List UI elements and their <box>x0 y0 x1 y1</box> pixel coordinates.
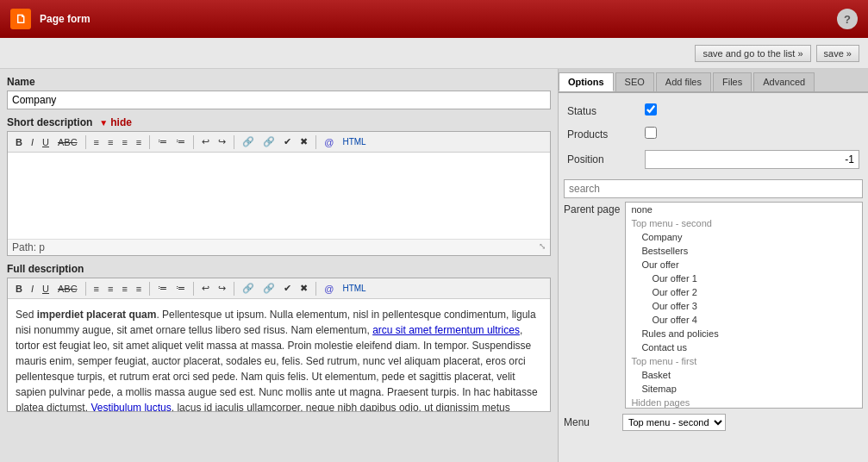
check-button[interactable]: ✔ <box>280 134 295 149</box>
full-undo-button[interactable]: ↩ <box>198 281 213 296</box>
full-separator-4 <box>234 282 234 296</box>
status-row: Status <box>565 100 861 122</box>
hide-link[interactable]: ▼ hide <box>99 116 132 128</box>
list-item-top-menu-second[interactable]: Top menu - second <box>626 216 862 230</box>
full-underline-button[interactable]: U <box>39 282 53 296</box>
save-button[interactable]: save » <box>816 45 859 62</box>
short-desc-area[interactable] <box>8 153 550 239</box>
list-item-top-menu-first[interactable]: Top menu - first <box>626 354 862 368</box>
full-clear-button[interactable]: ✖ <box>297 281 311 296</box>
full-check-button[interactable]: ✔ <box>280 281 295 296</box>
full-link-button[interactable]: 🔗 <box>239 281 258 296</box>
undo-button[interactable]: ↩ <box>198 134 213 149</box>
clear-button[interactable]: ✖ <box>297 134 311 149</box>
list-item-our-offer-3[interactable]: Our offer 3 <box>626 299 862 313</box>
full-desc-text: Sed imperdiet placerat quam. Pellentesqu… <box>12 303 546 411</box>
full-separator-3 <box>193 282 194 296</box>
list-item-sitemap[interactable]: Sitemap <box>626 382 862 396</box>
full-separator-1 <box>85 282 86 296</box>
link-button[interactable]: 🔗 <box>239 134 258 149</box>
full-numbered-list-button[interactable]: ≔ <box>172 281 189 296</box>
list-item-our-offer-2[interactable]: Our offer 2 <box>626 285 862 299</box>
title-left: 🗋 Page form <box>10 9 91 29</box>
full-italic-button[interactable]: I <box>28 282 37 296</box>
tab-files[interactable]: Files <box>713 72 752 91</box>
list-item-rules[interactable]: Rules and policies <box>626 327 862 340</box>
list-item-our-offer[interactable]: Our offer <box>626 258 862 272</box>
list-item-our-offer-1[interactable]: Our offer 1 <box>626 272 862 285</box>
full-align-justify-button[interactable]: ≡ <box>133 282 145 296</box>
parent-page-label: Parent page <box>564 203 620 215</box>
full-strikethrough-button[interactable]: ABC <box>54 282 81 296</box>
full-bullet-list-button[interactable]: ≔ <box>154 281 171 296</box>
list-item-company[interactable]: Company <box>626 230 862 244</box>
full-redo-button[interactable]: ↪ <box>215 281 229 296</box>
strikethrough-button[interactable]: ABC <box>54 135 81 149</box>
toolbar-separator-1 <box>85 135 86 149</box>
save-and-go-to-list-button[interactable]: save and go to the list » <box>695 45 810 62</box>
full-bold-button[interactable]: B <box>12 282 26 296</box>
products-row: Products <box>565 123 861 145</box>
list-item-bestsellers[interactable]: Bestsellers <box>626 244 862 258</box>
full-desc-area[interactable]: Sed imperdiet placerat quam. Pellentesqu… <box>8 299 550 411</box>
name-label: Name <box>7 76 551 88</box>
full-unlink-button[interactable]: 🔗 <box>259 281 278 296</box>
position-input[interactable] <box>645 150 859 169</box>
short-desc-group: Short description ▼ hide B I U ABC ≡ ≡ ≡… <box>7 116 551 256</box>
short-desc-toolbar: B I U ABC ≡ ≡ ≡ ≡ ≔ ≔ ↩ ↪ 🔗 <box>8 132 550 153</box>
name-input[interactable] <box>7 91 551 109</box>
parent-page-search[interactable] <box>564 179 863 198</box>
list-item-our-offer-4[interactable]: Our offer 4 <box>626 313 862 327</box>
tab-options[interactable]: Options <box>559 72 614 91</box>
italic-button[interactable]: I <box>28 135 37 149</box>
page-icon: 🗋 <box>10 9 31 29</box>
align-justify-button[interactable]: ≡ <box>133 135 145 149</box>
left-panel: Name Short description ▼ hide B I U ABC <box>0 69 558 462</box>
menu-label: Menu <box>564 416 615 428</box>
position-label: Position <box>565 147 641 172</box>
list-item-hidden-pages[interactable]: Hidden pages <box>626 396 862 409</box>
align-left-button[interactable]: ≡ <box>91 135 103 149</box>
options-content: Status Products Position <box>559 93 868 436</box>
align-center-button[interactable]: ≡ <box>104 135 116 149</box>
full-html-button[interactable]: HTML <box>339 282 369 295</box>
page-title: Page form <box>40 13 91 25</box>
status-checkbox[interactable] <box>645 103 657 116</box>
list-item-none[interactable]: none <box>626 203 862 216</box>
full-separator-5 <box>315 282 316 296</box>
bullet-list-button[interactable]: ≔ <box>154 134 171 149</box>
tab-advanced[interactable]: Advanced <box>753 72 815 91</box>
html-button[interactable]: HTML <box>339 135 369 148</box>
toolbar-separator-2 <box>149 135 150 149</box>
full-align-right-button[interactable]: ≡ <box>118 282 130 296</box>
full-align-left-button[interactable]: ≡ <box>91 282 103 296</box>
numbered-list-button[interactable]: ≔ <box>172 134 189 149</box>
hide-arrow-icon: ▼ <box>99 118 108 128</box>
name-field-group: Name <box>7 76 551 109</box>
toolbar: save and go to the list » save » <box>0 38 868 69</box>
page-list[interactable]: none Top menu - second Company Bestselle… <box>625 202 863 409</box>
bold-button[interactable]: B <box>12 135 26 149</box>
underline-button[interactable]: U <box>39 135 53 149</box>
full-desc-group: Full description B I U ABC ≡ ≡ ≡ ≡ ≔ ≔ ↩ <box>7 263 551 412</box>
image-button[interactable]: @ <box>321 135 337 149</box>
resize-handle[interactable]: ⤡ <box>539 241 546 253</box>
full-desc-toolbar: B I U ABC ≡ ≡ ≡ ≡ ≔ ≔ ↩ ↪ 🔗 <box>8 278 550 299</box>
tab-add-files[interactable]: Add files <box>656 72 711 91</box>
list-item-basket[interactable]: Basket <box>626 368 862 382</box>
help-icon[interactable]: ? <box>837 9 858 29</box>
toolbar-separator-3 <box>193 135 194 149</box>
full-desc-label: Full description <box>7 263 551 275</box>
menu-row: Menu Top menu - second Top menu - first … <box>564 414 863 431</box>
full-image-button[interactable]: @ <box>321 282 337 296</box>
full-align-center-button[interactable]: ≡ <box>104 282 116 296</box>
list-item-contact[interactable]: Contact us <box>626 340 862 354</box>
products-checkbox[interactable] <box>645 127 657 139</box>
menu-select[interactable]: Top menu - second Top menu - first Hidde… <box>622 414 726 431</box>
align-right-button[interactable]: ≡ <box>118 135 130 149</box>
redo-button[interactable]: ↪ <box>215 134 229 149</box>
tab-seo[interactable]: SEO <box>615 72 654 91</box>
main-container: Name Short description ▼ hide B I U ABC <box>0 69 868 462</box>
right-panel: Options SEO Add files Files Advanced Sta… <box>558 69 868 462</box>
unlink-button[interactable]: 🔗 <box>259 134 278 149</box>
